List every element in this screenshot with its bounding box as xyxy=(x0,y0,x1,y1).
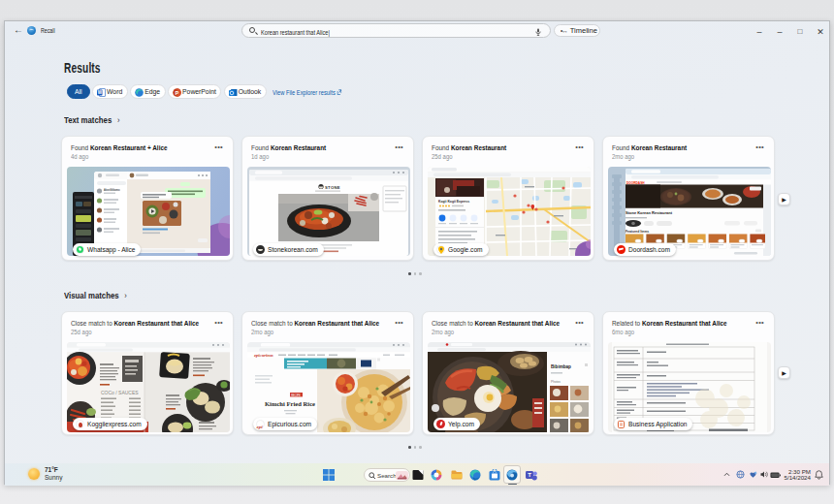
svg-text:Kimchi Fried Rice: Kimchi Fried Rice xyxy=(265,400,315,407)
svg-text:Kogii Kogii Express: Kogii Kogii Express xyxy=(438,200,469,204)
svg-text:Stone Korean Restaurant: Stone Korean Restaurant xyxy=(626,210,673,215)
svg-text:Alice Williams: Alice Williams xyxy=(104,188,120,192)
svg-text:T: T xyxy=(528,472,531,478)
svg-text:P: P xyxy=(176,89,179,95)
svg-text:RECIPE: RECIPE xyxy=(291,394,301,397)
svg-text:Bibimbap: Bibimbap xyxy=(551,364,571,369)
svg-text:DOORDASH: DOORDASH xyxy=(626,181,645,185)
svg-text:epicurious: epicurious xyxy=(254,353,273,358)
svg-text:Featured Items: Featured Items xyxy=(626,230,649,234)
svg-text:COCo / SAUCES: COCo / SAUCES xyxy=(101,390,139,395)
svg-text:Photos: Photos xyxy=(551,380,561,384)
svg-text:STONE: STONE xyxy=(325,185,340,190)
